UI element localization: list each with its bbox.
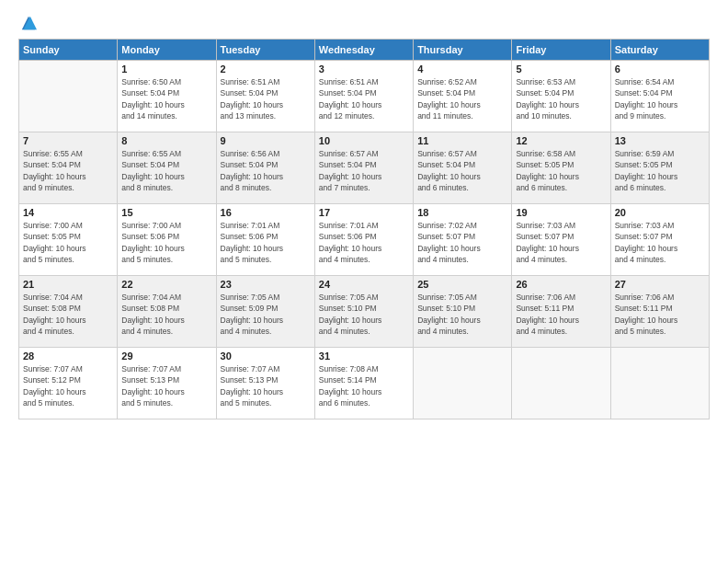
- calendar-cell: 15Sunrise: 7:00 AM Sunset: 5:06 PM Dayli…: [118, 204, 216, 276]
- calendar-cell: 17Sunrise: 7:01 AM Sunset: 5:06 PM Dayli…: [314, 204, 413, 276]
- day-number: 13: [615, 135, 705, 146]
- calendar-cell: 4Sunrise: 6:52 AM Sunset: 5:04 PM Daylig…: [414, 61, 512, 132]
- day-number: 1: [121, 63, 211, 75]
- day-number: 14: [23, 207, 113, 218]
- logo-icon: [20, 15, 37, 31]
- day-info: Sunrise: 6:56 AM Sunset: 5:04 PM Dayligh…: [221, 148, 311, 193]
- day-number: 23: [221, 279, 311, 290]
- day-info: Sunrise: 7:00 AM Sunset: 5:06 PM Dayligh…: [121, 220, 211, 265]
- day-number: 17: [319, 207, 409, 218]
- day-number: 8: [121, 135, 211, 146]
- day-info: Sunrise: 7:01 AM Sunset: 5:06 PM Dayligh…: [221, 220, 311, 265]
- calendar-week-row: 14Sunrise: 7:00 AM Sunset: 5:05 PM Dayli…: [19, 204, 710, 276]
- calendar-cell: 2Sunrise: 6:51 AM Sunset: 5:04 PM Daylig…: [216, 61, 314, 132]
- day-info: Sunrise: 7:07 AM Sunset: 5:12 PM Dayligh…: [23, 363, 113, 408]
- day-info: Sunrise: 6:59 AM Sunset: 5:05 PM Dayligh…: [615, 148, 705, 193]
- day-info: Sunrise: 7:05 AM Sunset: 5:10 PM Dayligh…: [319, 292, 409, 337]
- day-number: 5: [516, 63, 606, 75]
- calendar-cell: [19, 61, 118, 132]
- day-info: Sunrise: 7:03 AM Sunset: 5:07 PM Dayligh…: [615, 220, 705, 265]
- day-number: 11: [417, 135, 507, 146]
- calendar-header-sunday: Sunday: [19, 40, 118, 61]
- calendar-cell: 19Sunrise: 7:03 AM Sunset: 5:07 PM Dayli…: [512, 204, 610, 276]
- calendar-cell: 3Sunrise: 6:51 AM Sunset: 5:04 PM Daylig…: [314, 61, 413, 132]
- calendar-cell: 25Sunrise: 7:05 AM Sunset: 5:10 PM Dayli…: [414, 276, 512, 348]
- calendar-cell: 27Sunrise: 7:06 AM Sunset: 5:11 PM Dayli…: [610, 276, 709, 348]
- calendar-cell: 8Sunrise: 6:55 AM Sunset: 5:04 PM Daylig…: [118, 132, 216, 204]
- day-info: Sunrise: 6:50 AM Sunset: 5:04 PM Dayligh…: [121, 76, 211, 121]
- calendar-week-row: 1Sunrise: 6:50 AM Sunset: 5:04 PM Daylig…: [19, 61, 710, 132]
- day-number: 21: [23, 279, 113, 290]
- day-info: Sunrise: 6:52 AM Sunset: 5:04 PM Dayligh…: [417, 76, 507, 121]
- calendar-cell: 30Sunrise: 7:07 AM Sunset: 5:13 PM Dayli…: [216, 348, 314, 419]
- day-info: Sunrise: 6:55 AM Sunset: 5:04 PM Dayligh…: [23, 148, 113, 193]
- calendar-cell: 1Sunrise: 6:50 AM Sunset: 5:04 PM Daylig…: [118, 61, 216, 132]
- day-info: Sunrise: 7:00 AM Sunset: 5:05 PM Dayligh…: [23, 220, 113, 265]
- day-info: Sunrise: 7:05 AM Sunset: 5:09 PM Dayligh…: [221, 292, 311, 337]
- calendar-cell: [610, 348, 709, 419]
- day-info: Sunrise: 7:06 AM Sunset: 5:11 PM Dayligh…: [516, 292, 606, 337]
- calendar-header-row: SundayMondayTuesdayWednesdayThursdayFrid…: [19, 40, 710, 61]
- day-info: Sunrise: 6:51 AM Sunset: 5:04 PM Dayligh…: [221, 76, 311, 121]
- calendar-week-row: 21Sunrise: 7:04 AM Sunset: 5:08 PM Dayli…: [19, 276, 710, 348]
- calendar-cell: 9Sunrise: 6:56 AM Sunset: 5:04 PM Daylig…: [216, 132, 314, 204]
- calendar-header-wednesday: Wednesday: [314, 40, 413, 61]
- day-number: 6: [615, 63, 705, 75]
- calendar-cell: 12Sunrise: 6:58 AM Sunset: 5:05 PM Dayli…: [512, 132, 610, 204]
- calendar-header-saturday: Saturday: [610, 40, 709, 61]
- calendar-cell: 23Sunrise: 7:05 AM Sunset: 5:09 PM Dayli…: [216, 276, 314, 348]
- calendar-cell: 6Sunrise: 6:54 AM Sunset: 5:04 PM Daylig…: [610, 61, 709, 132]
- day-number: 29: [121, 350, 211, 362]
- day-info: Sunrise: 7:06 AM Sunset: 5:11 PM Dayligh…: [615, 292, 705, 337]
- calendar-header-friday: Friday: [512, 40, 610, 61]
- calendar-cell: 26Sunrise: 7:06 AM Sunset: 5:11 PM Dayli…: [512, 276, 610, 348]
- calendar-cell: 14Sunrise: 7:00 AM Sunset: 5:05 PM Dayli…: [19, 204, 118, 276]
- calendar-cell: 20Sunrise: 7:03 AM Sunset: 5:07 PM Dayli…: [610, 204, 709, 276]
- calendar-week-row: 28Sunrise: 7:07 AM Sunset: 5:12 PM Dayli…: [19, 348, 710, 419]
- day-number: 28: [23, 350, 113, 362]
- header: [18, 15, 710, 31]
- day-number: 2: [221, 63, 311, 75]
- day-number: 22: [121, 279, 211, 290]
- day-number: 10: [319, 135, 409, 146]
- day-number: 16: [221, 207, 311, 218]
- calendar-cell: 16Sunrise: 7:01 AM Sunset: 5:06 PM Dayli…: [216, 204, 314, 276]
- calendar-cell: 28Sunrise: 7:07 AM Sunset: 5:12 PM Dayli…: [19, 348, 118, 419]
- day-info: Sunrise: 7:07 AM Sunset: 5:13 PM Dayligh…: [221, 363, 311, 408]
- day-number: 15: [121, 207, 211, 218]
- day-info: Sunrise: 7:01 AM Sunset: 5:06 PM Dayligh…: [319, 220, 409, 265]
- calendar-cell: 5Sunrise: 6:53 AM Sunset: 5:04 PM Daylig…: [512, 61, 610, 132]
- calendar-header-monday: Monday: [118, 40, 216, 61]
- day-number: 19: [516, 207, 606, 218]
- calendar-cell: 22Sunrise: 7:04 AM Sunset: 5:08 PM Dayli…: [118, 276, 216, 348]
- calendar-header-tuesday: Tuesday: [216, 40, 314, 61]
- calendar-cell: 29Sunrise: 7:07 AM Sunset: 5:13 PM Dayli…: [118, 348, 216, 419]
- calendar-cell: 18Sunrise: 7:02 AM Sunset: 5:07 PM Dayli…: [414, 204, 512, 276]
- day-info: Sunrise: 7:05 AM Sunset: 5:10 PM Dayligh…: [417, 292, 507, 337]
- day-info: Sunrise: 7:04 AM Sunset: 5:08 PM Dayligh…: [121, 292, 211, 337]
- day-number: 31: [319, 350, 409, 362]
- day-info: Sunrise: 6:57 AM Sunset: 5:04 PM Dayligh…: [319, 148, 409, 193]
- day-number: 7: [23, 135, 113, 146]
- day-number: 9: [221, 135, 311, 146]
- day-number: 20: [615, 207, 705, 218]
- calendar-week-row: 7Sunrise: 6:55 AM Sunset: 5:04 PM Daylig…: [19, 132, 710, 204]
- calendar-cell: 11Sunrise: 6:57 AM Sunset: 5:04 PM Dayli…: [414, 132, 512, 204]
- day-info: Sunrise: 6:55 AM Sunset: 5:04 PM Dayligh…: [121, 148, 211, 193]
- day-info: Sunrise: 7:07 AM Sunset: 5:13 PM Dayligh…: [121, 363, 211, 408]
- calendar-cell: 13Sunrise: 6:59 AM Sunset: 5:05 PM Dayli…: [610, 132, 709, 204]
- day-number: 3: [319, 63, 409, 75]
- calendar-cell: 7Sunrise: 6:55 AM Sunset: 5:04 PM Daylig…: [19, 132, 118, 204]
- day-info: Sunrise: 6:57 AM Sunset: 5:04 PM Dayligh…: [417, 148, 507, 193]
- calendar-cell: 31Sunrise: 7:08 AM Sunset: 5:14 PM Dayli…: [314, 348, 413, 419]
- day-number: 27: [615, 279, 705, 290]
- calendar-table: SundayMondayTuesdayWednesdayThursdayFrid…: [18, 39, 710, 419]
- day-number: 24: [319, 279, 409, 290]
- day-info: Sunrise: 6:54 AM Sunset: 5:04 PM Dayligh…: [615, 76, 705, 121]
- logo: [18, 15, 37, 31]
- calendar-cell: [414, 348, 512, 419]
- day-info: Sunrise: 7:02 AM Sunset: 5:07 PM Dayligh…: [417, 220, 507, 265]
- day-info: Sunrise: 6:53 AM Sunset: 5:04 PM Dayligh…: [516, 76, 606, 121]
- calendar-cell: 10Sunrise: 6:57 AM Sunset: 5:04 PM Dayli…: [314, 132, 413, 204]
- day-number: 25: [417, 279, 507, 290]
